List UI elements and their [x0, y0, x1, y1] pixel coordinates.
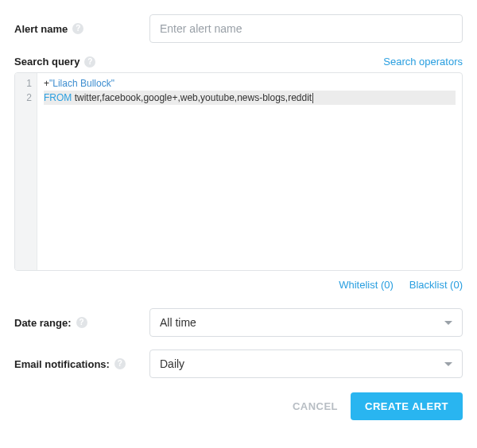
email-notifications-select[interactable]: Daily	[149, 350, 463, 378]
code-token-keyword: FROM	[44, 92, 72, 103]
blacklist-link[interactable]: Blacklist (0)	[409, 279, 463, 291]
alert-name-input[interactable]	[149, 14, 463, 43]
help-icon: ?	[76, 317, 87, 328]
search-operators-link[interactable]: Search operators	[383, 56, 463, 68]
date-range-select[interactable]: All time	[149, 308, 463, 337]
help-icon: ?	[72, 23, 83, 34]
text-cursor	[312, 93, 313, 103]
whitelist-link[interactable]: Whitelist (0)	[339, 279, 394, 291]
line-gutter: 1 2	[15, 73, 37, 270]
code-token: twitter,facebook,google+,web,youtube,new…	[72, 92, 312, 103]
chevron-down-icon	[444, 321, 452, 325]
help-icon: ?	[84, 56, 95, 68]
search-query-editor[interactable]: 1 2 +"Lilach Bullock"FROM twitter,facebo…	[14, 72, 463, 271]
code-area[interactable]: +"Lilach Bullock"FROM twitter,facebook,g…	[37, 73, 462, 270]
email-notifications-value: Daily	[160, 357, 184, 370]
help-icon: ?	[114, 358, 126, 369]
cancel-button[interactable]: CANCEL	[293, 400, 338, 412]
date-range-label: Date range:	[14, 317, 72, 329]
search-query-label: Search query	[14, 56, 80, 68]
line-number: 2	[15, 91, 32, 105]
alert-name-label: Alert name	[14, 23, 68, 35]
line-number: 1	[15, 76, 32, 91]
chevron-down-icon	[444, 362, 452, 366]
code-token: +	[44, 78, 49, 89]
code-token-string: "Lilach Bullock"	[49, 78, 114, 89]
email-notifications-label: Email notifications:	[14, 358, 110, 370]
date-range-value: All time	[160, 316, 196, 329]
create-alert-button[interactable]: CREATE ALERT	[351, 392, 463, 420]
